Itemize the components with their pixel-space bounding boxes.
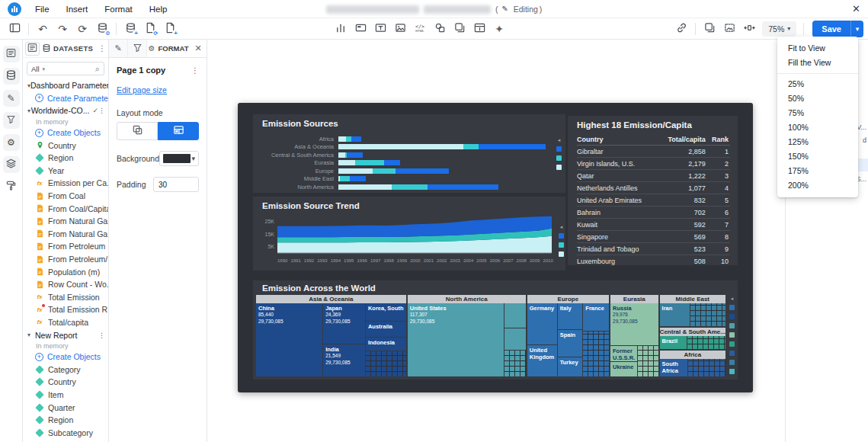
treemap-cell-united-states[interactable]: United States117,30729,730,085 [408, 303, 504, 376]
insert-card-button[interactable] [351, 20, 370, 38]
app-logo-icon[interactable] [8, 2, 21, 16]
menu-item-help[interactable]: Help [149, 5, 168, 14]
tree-item[interactable]: From Coal [23, 190, 108, 203]
tree-item[interactable]: Subcategory [23, 426, 108, 439]
tree-item[interactable]: +Create Parameter [23, 92, 108, 105]
legend-swatch[interactable] [729, 314, 735, 319]
save-button[interactable]: Save [812, 21, 850, 37]
tree-item[interactable]: +Create Objects [23, 351, 108, 364]
magic-sparkle-button[interactable]: ✦ [489, 20, 509, 38]
save-options-arrow[interactable]: ▾ [850, 21, 863, 37]
zoom-menu-item-75[interactable]: 75% [777, 106, 858, 120]
menu-item-file[interactable]: File [35, 5, 50, 14]
bar-segment[interactable] [350, 176, 366, 181]
stacked-bar[interactable] [338, 144, 546, 149]
layout-free-button[interactable] [117, 122, 158, 140]
stacked-bar[interactable] [338, 160, 400, 165]
treemap-group-header[interactable]: Eurasia [610, 295, 658, 303]
tree-item[interactable]: Country [23, 139, 108, 152]
duplicate-button[interactable] [700, 20, 719, 38]
redo-button[interactable]: ↷ [53, 20, 72, 38]
panel-view-toggle-icon[interactable] [25, 42, 40, 56]
tree-item[interactable]: From Petroleum/... [23, 253, 108, 266]
treemap-cell-italy[interactable]: Italy [558, 303, 583, 329]
datasets-menu-icon[interactable]: ⋮ [98, 44, 106, 53]
bar-segment[interactable] [347, 152, 364, 158]
treemap-cell[interactable] [688, 359, 725, 376]
window-close-icon[interactable]: ✕ [852, 3, 860, 14]
table-row[interactable]: Kuwait5927 [577, 219, 730, 231]
treemap-cell-france[interactable]: France [583, 303, 609, 331]
zoom-menu-item-50[interactable]: 50% [777, 91, 858, 106]
legend-swatch[interactable] [559, 242, 564, 248]
bar-segment[interactable] [338, 152, 345, 158]
bar-segment[interactable] [463, 144, 479, 149]
background-color-picker[interactable]: ▾ [159, 151, 199, 166]
toggle-panel-button[interactable] [5, 20, 24, 38]
tab-filter[interactable] [128, 40, 147, 57]
search-icon[interactable]: ⌕ [95, 64, 100, 74]
zoom-menu-item-filltheview[interactable]: Fill the View [777, 56, 858, 70]
treemap-cell[interactable] [366, 351, 406, 376]
treemap-group-header[interactable]: Africa [660, 351, 725, 359]
legend-scroll-arrow-icon[interactable]: ◂ [731, 296, 734, 301]
chart-legend[interactable]: ◂ [559, 224, 564, 257]
table-row[interactable]: Gibraltar2,8581 [577, 146, 730, 158]
bar-segment[interactable] [340, 176, 350, 181]
legend-scroll-arrow-icon[interactable]: ◂ [558, 137, 561, 143]
treemap-cell-ukraine[interactable]: Ukraine [610, 362, 637, 376]
zoom-menu-item-175[interactable]: 175% [777, 164, 858, 178]
tree-item[interactable]: Region [23, 414, 108, 427]
treemap-group-header[interactable]: North America [408, 295, 526, 303]
insert-table-button[interactable] [469, 20, 489, 38]
bar-segment[interactable] [392, 184, 428, 190]
refresh-button[interactable]: ⟳ [72, 20, 92, 38]
treemap-cell-south-africa[interactable]: South Africa [660, 359, 688, 376]
insert-shapes-button[interactable] [430, 20, 450, 38]
widget-emission-capita-table[interactable]: Highest 18 Emission/Capita CountryTotal/… [568, 116, 738, 265]
caret-down-icon[interactable]: ▾ [27, 332, 35, 338]
bar-segment[interactable] [338, 136, 346, 142]
snapshot-button[interactable] [719, 20, 739, 38]
rail-theme-painter-icon[interactable] [3, 178, 20, 195]
zoom-menu-item-fittoview[interactable]: Fit to View [777, 41, 858, 56]
bar-segment[interactable] [373, 168, 396, 174]
rail-filter-icon[interactable] [3, 112, 20, 129]
tree-item[interactable]: fxEmission per Ca... [23, 177, 108, 190]
widget-emission-treemap[interactable]: Emission Across the World Asia & Oceania… [253, 280, 738, 380]
legend-swatch[interactable] [729, 332, 735, 338]
legend-swatch[interactable] [556, 165, 562, 170]
datasets-filter-box[interactable]: All ▾ ⌕ [27, 62, 104, 75]
add-dataset-button[interactable]: + [120, 20, 140, 38]
tree-item[interactable]: Item [23, 389, 108, 402]
tree-section[interactable]: ▾Worldwide-CO...✓⋮ [23, 104, 108, 117]
treemap-cell-turkey[interactable]: Turkey [558, 357, 583, 376]
menu-item-format[interactable]: Format [104, 5, 132, 14]
treemap-cell-spain[interactable]: Spain [558, 330, 583, 357]
treemap-cell[interactable] [638, 346, 658, 376]
stacked-bar[interactable] [338, 176, 366, 181]
treemap-cell[interactable] [504, 303, 526, 328]
tree-item[interactable]: From Natural Gas [23, 215, 108, 228]
insert-text-button[interactable] [370, 20, 390, 38]
dashboard-canvas[interactable]: Emission Sources AfricaAsia & OceaniaCen… [238, 103, 753, 392]
treemap-cell-australia[interactable]: Australia [366, 322, 406, 337]
treemap-group-header[interactable]: Middle East [660, 295, 725, 303]
treemap-cell-japan[interactable]: Japan24,36929,730,085 [323, 303, 365, 344]
tree-item[interactable]: Country [23, 376, 108, 389]
treemap-cell-brazil[interactable]: Brazil [660, 336, 687, 349]
zoom-menu-item-200[interactable]: 200% [777, 178, 858, 193]
rail-edit-icon[interactable]: ✎ [3, 90, 20, 107]
legend-scroll-arrow-icon[interactable]: ◂ [560, 224, 563, 229]
table-row[interactable]: Luxembourg50810 [577, 255, 730, 265]
treemap-cell[interactable] [504, 328, 526, 351]
table-row[interactable]: Trinidad and Tobago5239 [577, 243, 730, 255]
legend-swatch[interactable] [729, 360, 735, 365]
tree-item[interactable]: +Create Objects [23, 127, 108, 139]
treemap-cell-former-u-s-s-r-[interactable]: Former U.S.S.R. [610, 346, 637, 361]
import-data-button[interactable]: ⟳ [140, 20, 160, 38]
insert-chart-button[interactable] [331, 20, 351, 38]
legend-swatch[interactable] [729, 369, 735, 374]
treemap-group-header[interactable]: Central & South Ame... [660, 328, 725, 336]
stacked-bar[interactable] [338, 168, 449, 174]
